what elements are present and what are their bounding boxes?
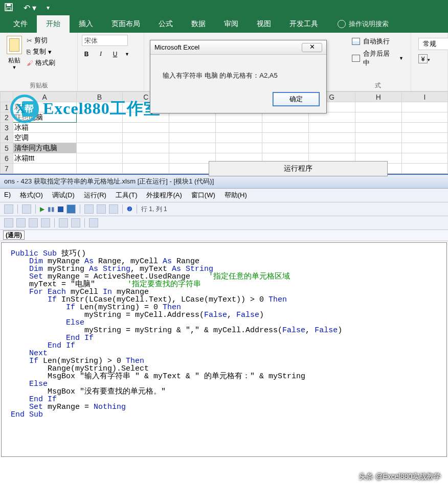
number-format-select[interactable]: 常规	[418, 38, 448, 50]
cell[interactable]: 冰箱ttt	[13, 153, 76, 164]
quick-access-toolbar: ↶ ▾ ▾	[0, 0, 448, 15]
msgbox-close-button[interactable]: ✕	[302, 43, 322, 52]
save-icon[interactable]	[4, 3, 13, 13]
row-header[interactable]: 5	[1, 143, 13, 153]
vbe-tool-icon[interactable]	[16, 218, 26, 227]
wrap-label: 自动换行	[363, 37, 390, 46]
vbe-window: ons - 423 获取指定字符串的单元格地址.xlsm [正在运行] - [模…	[0, 174, 448, 457]
currency-button[interactable]: ¥	[418, 54, 428, 63]
vbe-menu-run[interactable]: 运行(R)	[84, 191, 106, 200]
paste-button[interactable]: 粘贴 ▼	[4, 35, 25, 70]
vbe-tool-icon[interactable]	[109, 204, 118, 214]
brush-label: 格式刷	[35, 58, 55, 67]
vbe-pause-icon[interactable]: ▮▮	[48, 205, 55, 213]
tell-me-search[interactable]: 操作说明搜索	[338, 19, 389, 29]
vbe-toolbar-2	[0, 216, 448, 230]
undo-icon[interactable]: ↶ ▾	[24, 3, 36, 13]
svg-rect-1	[7, 4, 11, 6]
vbe-tool-icon[interactable]	[4, 218, 13, 227]
tab-developer[interactable]: 开发工具	[280, 15, 327, 33]
vbe-menu-help[interactable]: 帮助(H)	[225, 191, 247, 200]
row-header[interactable]: 3	[1, 123, 13, 133]
copy-icon: ⎘	[27, 48, 31, 56]
vbe-menu-addins[interactable]: 外接程序(A)	[146, 191, 182, 200]
watermark-text: Excel880工作室	[43, 98, 161, 120]
vba-code[interactable]: Public Sub 技巧() Dim myRange As Range, my…	[11, 250, 443, 419]
cell-selected[interactable]: 清华同方电脑	[13, 143, 76, 153]
msgbox-title: Microsoft Excel	[154, 43, 199, 51]
vbe-cursor-position: 行 1, 列 1	[141, 205, 167, 214]
vbe-stop-icon[interactable]	[58, 206, 63, 212]
cut-label: 剪切	[34, 36, 48, 45]
tab-view[interactable]: 视图	[248, 15, 280, 33]
msgbox-dialog: Microsoft Excel ✕ 输入有字符串 电脑 的单元格有：A2,A5 …	[150, 40, 327, 113]
copy-button[interactable]: ⎘复制 ▾	[27, 47, 55, 56]
vbe-menu-debug[interactable]: 调试(D)	[52, 191, 75, 200]
cell[interactable]	[13, 164, 76, 174]
font-name-select[interactable]: 宋体	[82, 35, 128, 46]
col-header[interactable]: H	[355, 92, 401, 102]
vbe-tool-icon[interactable]	[84, 204, 94, 214]
tab-file[interactable]: 文件	[4, 15, 37, 33]
tab-data[interactable]: 数据	[182, 15, 215, 33]
vbe-toolbar: ▶ ▮▮ ❷ 行 1, 列 1	[0, 202, 448, 216]
vbe-help-icon[interactable]: ❷	[127, 205, 132, 213]
ribbon-tabs: 文件 开始 插入 页面布局 公式 数据 审阅 视图 开发工具 操作说明搜索	[0, 15, 448, 33]
wrap-icon	[352, 38, 360, 45]
vbe-tool-icon[interactable]	[4, 204, 13, 214]
clipboard-group-label: 剪贴板	[4, 80, 73, 90]
vbe-tool-icon[interactable]	[22, 204, 31, 214]
col-header[interactable]: I	[401, 92, 447, 102]
vbe-menu-window[interactable]: 窗口(W)	[191, 191, 215, 200]
cell[interactable]: 空调	[13, 133, 76, 143]
vbe-menu-tools[interactable]: 工具(T)	[116, 191, 138, 200]
cut-button[interactable]: ✂剪切	[27, 36, 55, 45]
vbe-tool-icon[interactable]	[29, 218, 38, 227]
msgbox-ok-button[interactable]: 确定	[273, 93, 319, 106]
underline-button[interactable]: U	[110, 51, 120, 58]
svg-rect-2	[7, 8, 11, 10]
vbe-tool-icon[interactable]	[71, 218, 80, 227]
row-header[interactable]: 7	[1, 164, 13, 174]
tab-formula[interactable]: 公式	[149, 15, 182, 33]
vbe-object-dropdown[interactable]: (通用)	[3, 231, 25, 240]
vbe-tool-icon[interactable]	[41, 218, 50, 227]
merge-center-button[interactable]: 合并后居中 ▼	[352, 49, 404, 67]
vbe-tool-icon[interactable]	[97, 204, 106, 214]
run-program-button[interactable]: 运行程序	[209, 161, 388, 176]
vbe-tool-icon[interactable]	[59, 218, 68, 227]
tab-insert[interactable]: 插入	[70, 15, 102, 33]
format-painter-button[interactable]: 🖌格式刷	[27, 58, 55, 67]
row-header[interactable]: 6	[1, 153, 13, 164]
paste-icon	[7, 36, 22, 54]
tab-review[interactable]: 审阅	[215, 15, 248, 33]
vbe-titlebar: ons - 423 获取指定字符串的单元格地址.xlsm [正在运行] - [模…	[0, 175, 448, 189]
watermark-logo: Excel880工作室	[10, 95, 161, 123]
wrap-text-button[interactable]: 自动换行	[352, 37, 404, 46]
vbe-run-icon[interactable]: ▶	[40, 205, 44, 213]
paste-label: 粘贴	[4, 56, 25, 65]
vbe-menu-e[interactable]: E)	[4, 191, 11, 200]
qat-more-icon[interactable]: ▾	[47, 4, 50, 11]
tell-me-label: 操作说明搜索	[349, 19, 389, 29]
bulb-icon	[338, 20, 346, 28]
excel-titlebar-area: ↶ ▾ ▾ 文件 开始 插入 页面布局 公式 数据 审阅 视图 开发工具 操作说…	[0, 0, 448, 33]
row-header[interactable]: 4	[1, 133, 13, 143]
vbe-menu-format[interactable]: 格式(O)	[20, 191, 43, 200]
vbe-tool-icon[interactable]	[89, 218, 98, 227]
brush-icon: 🖌	[27, 59, 33, 67]
vbe-code-pane[interactable]: Public Sub 技巧() Dim myRange As Range, my…	[1, 242, 447, 457]
bold-button[interactable]: B	[82, 51, 91, 58]
italic-button[interactable]: I	[96, 50, 105, 58]
align-group-label: 式	[349, 80, 407, 90]
copy-label: 复制	[33, 47, 46, 56]
vbe-object-dropdown-bar: (通用)	[0, 230, 448, 241]
vbe-menubar[interactable]: E) 格式(O) 调试(D) 运行(R) 工具(T) 外接程序(A) 窗口(W)…	[0, 189, 448, 202]
merge-label: 合并后居中	[363, 49, 396, 67]
watermark-icon	[10, 95, 39, 123]
vbe-tool-icon[interactable]	[66, 204, 76, 214]
tab-home[interactable]: 开始	[37, 15, 70, 33]
msgbox-message: 输入有字符串 电脑 的单元格有：A2,A5	[150, 55, 326, 93]
cell[interactable]: 冰箱	[13, 123, 76, 133]
tab-layout[interactable]: 页面布局	[102, 15, 149, 33]
